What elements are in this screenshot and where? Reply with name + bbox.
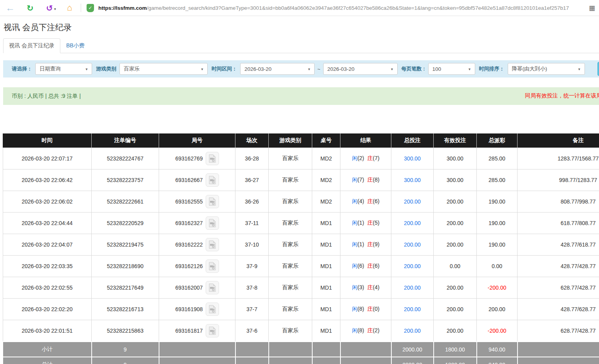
address-bar[interactable]: https://lssfmm.com/game/betrecord_search… bbox=[98, 5, 586, 11]
subtotal-label: 小计 bbox=[3, 342, 92, 357]
subtotal-payout: 940.00 bbox=[477, 342, 518, 357]
grand-total-valid-bet: 1800.00 bbox=[434, 357, 477, 364]
total-bet-link[interactable]: 300.00 bbox=[404, 177, 421, 183]
result-player-label: 闲 bbox=[352, 241, 357, 247]
result-player-count: (7) bbox=[357, 177, 364, 183]
result-banker-label: 庄 bbox=[367, 241, 373, 247]
search-button[interactable] bbox=[597, 62, 599, 76]
cell-time: 2026-03-20 22:02:20 bbox=[3, 299, 92, 320]
total-bet-link[interactable]: 200.00 bbox=[404, 198, 421, 205]
result-player-count: (3) bbox=[357, 284, 364, 290]
video-replay-button[interactable] bbox=[206, 281, 219, 294]
col-header-result: 结果 bbox=[340, 133, 391, 148]
cell-game-type: 百家乐 bbox=[269, 148, 312, 169]
cell-table-no: MD1 bbox=[312, 277, 340, 299]
game-type-value: 百家乐 bbox=[120, 65, 197, 72]
subtotal-total-bet: 2000.00 bbox=[391, 342, 434, 357]
cell-remark: 428.77/428.77 bbox=[518, 256, 599, 277]
result-player-label: 闲 bbox=[352, 327, 357, 333]
video-replay-button[interactable] bbox=[206, 152, 219, 165]
cell-game-type: 百家乐 bbox=[269, 277, 312, 299]
cell-valid-bet: 200.00 bbox=[434, 320, 477, 342]
cell-payout: 190.00 bbox=[477, 191, 518, 213]
footer-empty-cell bbox=[340, 342, 391, 357]
table-row: 2026-03-20 22:04:07 523282219475 6931622… bbox=[3, 234, 599, 256]
table-footer: 小计 9 2000.00 1800.00 940.00 总计 9 bbox=[3, 342, 599, 364]
browser-toolbar: ← ↻ ↺ ▾ ⌂ ✓ https://lssfmm.com/game/betr… bbox=[0, 0, 599, 16]
result-banker-count: (8) bbox=[373, 177, 380, 183]
result-banker-label: 庄 bbox=[367, 155, 373, 161]
table-row: 2026-03-20 22:04:44 523282220529 6931623… bbox=[3, 213, 599, 234]
date-to-picker[interactable]: 2026-03-20 ▾ bbox=[323, 63, 398, 75]
home-icon[interactable]: ⌂ bbox=[67, 4, 72, 12]
footer-empty-cell bbox=[312, 342, 340, 357]
result-player-label: 闲 bbox=[352, 306, 357, 312]
cell-round: 693162667 bbox=[159, 169, 235, 191]
video-replay-button[interactable] bbox=[206, 173, 219, 187]
cell-game-type: 百家乐 bbox=[269, 213, 312, 234]
result-banker-label: 庄 bbox=[367, 306, 373, 312]
cell-session: 36-28 bbox=[235, 148, 269, 169]
game-type-select[interactable]: 百家乐 ▾ bbox=[119, 63, 208, 75]
undo-dropdown-icon[interactable]: ▾ bbox=[54, 7, 56, 11]
video-replay-button[interactable] bbox=[206, 195, 219, 208]
cell-payout: 0.00 bbox=[477, 256, 518, 277]
date-from-value: 2026-03-20 bbox=[241, 66, 304, 72]
table-row: 2026-03-20 22:06:42 523282223757 6931626… bbox=[3, 169, 599, 191]
tab-bet-records[interactable]: 视讯 会员下注纪录 bbox=[3, 38, 60, 53]
undo-icon[interactable]: ↺ bbox=[46, 4, 53, 12]
refresh-icon[interactable]: ↻ bbox=[27, 4, 34, 12]
cell-table-no: MD1 bbox=[312, 299, 340, 320]
sort-label: 时间排序： bbox=[479, 65, 505, 72]
page-size-select[interactable]: 100 ▾ bbox=[428, 63, 475, 75]
cell-time: 2026-03-20 22:04:07 bbox=[3, 234, 92, 256]
cell-valid-bet: 200.00 bbox=[434, 213, 477, 234]
cell-remark: 618.77/808.77 bbox=[518, 213, 599, 234]
cell-total-bet: 200.00 bbox=[391, 234, 434, 256]
result-player-count: (1) bbox=[357, 241, 364, 247]
cell-total-bet: 300.00 bbox=[391, 148, 434, 169]
back-icon[interactable]: ← bbox=[5, 3, 15, 13]
footer-empty-cell bbox=[269, 342, 312, 357]
table-row: 2026-03-20 22:02:55 523282217649 6931620… bbox=[3, 277, 599, 299]
qr-code-icon[interactable]: ▦ bbox=[589, 5, 595, 11]
video-replay-button[interactable] bbox=[206, 216, 219, 230]
sort-select[interactable]: 降幂(由大到小) ▾ bbox=[508, 63, 585, 75]
cell-table-no: MD2 bbox=[312, 169, 340, 191]
video-file-icon bbox=[209, 240, 216, 249]
total-bet-link[interactable]: 200.00 bbox=[404, 220, 421, 226]
site-safety-shield-icon[interactable]: ✓ bbox=[87, 4, 94, 12]
result-player-label: 闲 bbox=[352, 220, 357, 226]
table-row: 2026-03-20 22:02:20 523282216713 6931619… bbox=[3, 299, 599, 320]
footer-empty-cell bbox=[159, 357, 235, 364]
total-bet-link[interactable]: 200.00 bbox=[404, 285, 421, 291]
video-replay-button[interactable] bbox=[206, 259, 219, 273]
cell-bet-id: 523282220529 bbox=[92, 213, 159, 234]
result-banker-count: (6) bbox=[373, 263, 380, 269]
tab-bb-tip[interactable]: BB小费 bbox=[60, 38, 90, 53]
cell-round: 693162769 bbox=[159, 148, 235, 169]
video-replay-button[interactable] bbox=[206, 324, 219, 337]
date-from-picker[interactable]: 2026-03-20 ▾ bbox=[240, 63, 315, 75]
col-header-table-no: 桌号 bbox=[312, 133, 340, 148]
total-bet-link[interactable]: 300.00 bbox=[404, 155, 421, 162]
cell-payout: 200.00 bbox=[477, 299, 518, 320]
cell-time: 2026-03-20 22:06:42 bbox=[3, 169, 92, 191]
result-player-label: 闲 bbox=[352, 284, 357, 290]
query-type-select[interactable]: 日期查询 ▾ bbox=[35, 63, 92, 75]
col-header-payout: 总派彩 bbox=[477, 133, 518, 148]
game-type-label: 游戏类别 bbox=[96, 65, 116, 72]
video-replay-button[interactable] bbox=[206, 238, 219, 251]
table-header: 时间 注单编号 局号 场次 游戏类别 桌号 结果 总投注 有效投注 总派彩 备注 bbox=[3, 133, 599, 148]
total-bet-link[interactable]: 200.00 bbox=[404, 263, 421, 269]
total-bet-link[interactable]: 200.00 bbox=[404, 241, 421, 248]
cell-valid-bet: 0.00 bbox=[434, 256, 477, 277]
cell-session: 36-26 bbox=[235, 191, 269, 213]
video-replay-button[interactable] bbox=[206, 303, 219, 316]
cell-round: 693162555 bbox=[159, 191, 235, 213]
round-number: 693162007 bbox=[175, 285, 203, 291]
result-banker-label: 庄 bbox=[367, 177, 373, 183]
total-bet-link[interactable]: 200.00 bbox=[404, 306, 421, 312]
round-number: 693162327 bbox=[175, 220, 203, 226]
total-bet-link[interactable]: 200.00 bbox=[404, 328, 421, 334]
